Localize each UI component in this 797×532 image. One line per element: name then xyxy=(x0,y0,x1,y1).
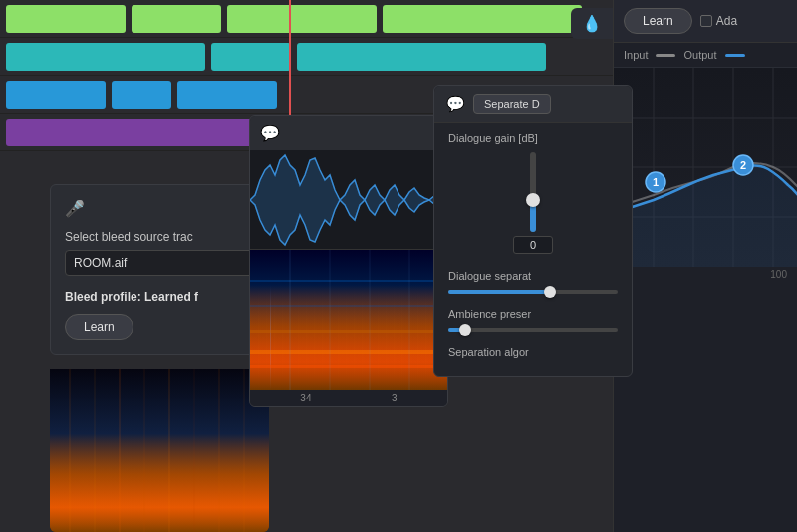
eq-header: Learn Ada xyxy=(614,0,797,43)
dialogue-panel: 💬 Separate D Dialogue gain [dB] 0 Dialog… xyxy=(433,85,633,377)
gain-value: 0 xyxy=(513,236,553,254)
track-clip[interactable] xyxy=(132,5,221,33)
track-clip[interactable] xyxy=(6,5,126,33)
svg-text:2: 2 xyxy=(740,159,746,171)
track-clip[interactable] xyxy=(6,43,205,71)
dialogue-header: 💬 Separate D xyxy=(434,86,632,123)
bleed-source-panel: 🎤 Select bleed source trac Bleed profile… xyxy=(50,184,269,355)
track-clip[interactable] xyxy=(383,5,582,33)
bleed-profile-row: Bleed profile: Learned f xyxy=(65,290,254,304)
svg-rect-0 xyxy=(50,369,269,532)
spectrogram-2-svg xyxy=(250,250,447,390)
ambience-slider-thumb[interactable] xyxy=(459,324,471,336)
svg-rect-12 xyxy=(250,330,447,333)
checkbox-box[interactable] xyxy=(700,15,712,27)
eq-graph: 1 2 xyxy=(614,68,797,267)
gain-section: Dialogue gain [dB] 0 xyxy=(434,123,632,254)
separation-label: Dialogue separat xyxy=(448,270,618,282)
svg-rect-14 xyxy=(250,365,447,368)
ambience-label: Ambience preser xyxy=(448,308,618,320)
separate-button[interactable]: Separate D xyxy=(473,94,551,114)
timeline-labels: 34 3 xyxy=(250,390,447,406)
track-clip[interactable] xyxy=(6,81,106,109)
svg-rect-9 xyxy=(250,250,447,390)
ambience-slider-track[interactable] xyxy=(448,328,618,332)
waveform-panel: 💬 xyxy=(249,115,448,407)
track-clip[interactable] xyxy=(297,43,546,71)
track-clip[interactable] xyxy=(112,81,171,109)
plugin-icon-area: 💧 xyxy=(571,8,613,39)
waveform-header: 💬 xyxy=(250,116,447,150)
svg-rect-13 xyxy=(250,350,447,354)
gain-slider-thumb[interactable] xyxy=(526,193,540,207)
spectrogram-lines xyxy=(50,369,269,532)
freq-label-100: 100 xyxy=(770,269,787,280)
chat-icon: 💬 xyxy=(260,124,280,142)
separation-slider-thumb[interactable] xyxy=(544,286,556,298)
eq-svg: 1 2 xyxy=(614,68,797,267)
io-row: Input Output xyxy=(614,43,797,68)
separation-slider-container xyxy=(448,290,618,294)
eq-panel: Learn Ada Input Output xyxy=(613,0,797,532)
plugin-icon: 💧 xyxy=(582,14,602,33)
gain-slider-container: 0 xyxy=(448,152,618,254)
spectrogram-display xyxy=(250,250,447,390)
waveform-display xyxy=(250,150,447,250)
svg-text:1: 1 xyxy=(653,176,659,188)
gain-slider-track[interactable] xyxy=(530,152,536,232)
algorithm-section: Separation algor xyxy=(434,336,632,358)
track-clip[interactable] xyxy=(227,5,377,33)
timeline-label-2: 3 xyxy=(392,393,398,403)
chat-icon-2: 💬 xyxy=(446,95,465,113)
input-indicator xyxy=(656,54,675,57)
output-indicator xyxy=(725,54,745,57)
separation-slider-fill xyxy=(448,290,550,294)
output-label: Output xyxy=(683,49,716,61)
spectrogram-bleed xyxy=(50,369,269,532)
bleed-source-label: Select bleed source trac xyxy=(65,230,254,244)
eq-learn-button[interactable]: Learn xyxy=(624,8,692,34)
track-clip[interactable] xyxy=(177,81,277,109)
adaptive-label: Ada xyxy=(716,14,737,28)
track-clip[interactable] xyxy=(211,43,291,71)
ambience-section: Ambience preser xyxy=(434,298,632,332)
svg-rect-10 xyxy=(250,280,447,282)
gain-label: Dialogue gain [dB] xyxy=(448,133,618,144)
waveform-svg xyxy=(250,150,447,249)
input-label: Input xyxy=(624,49,648,61)
eq-freq-labels: 100 xyxy=(614,267,797,282)
svg-rect-11 xyxy=(250,305,447,307)
mic-icon: 🎤 xyxy=(65,199,85,218)
timeline-label-1: 34 xyxy=(300,393,311,403)
bleed-file-input[interactable] xyxy=(65,250,254,276)
ambience-slider-container xyxy=(448,328,618,332)
panel-header: 🎤 xyxy=(65,199,254,218)
adaptive-checkbox: Ada xyxy=(700,14,737,28)
separation-section: Dialogue separat xyxy=(434,260,632,294)
separation-slider-track[interactable] xyxy=(448,290,618,294)
algorithm-label: Separation algor xyxy=(448,346,618,358)
learn-button[interactable]: Learn xyxy=(65,314,133,340)
